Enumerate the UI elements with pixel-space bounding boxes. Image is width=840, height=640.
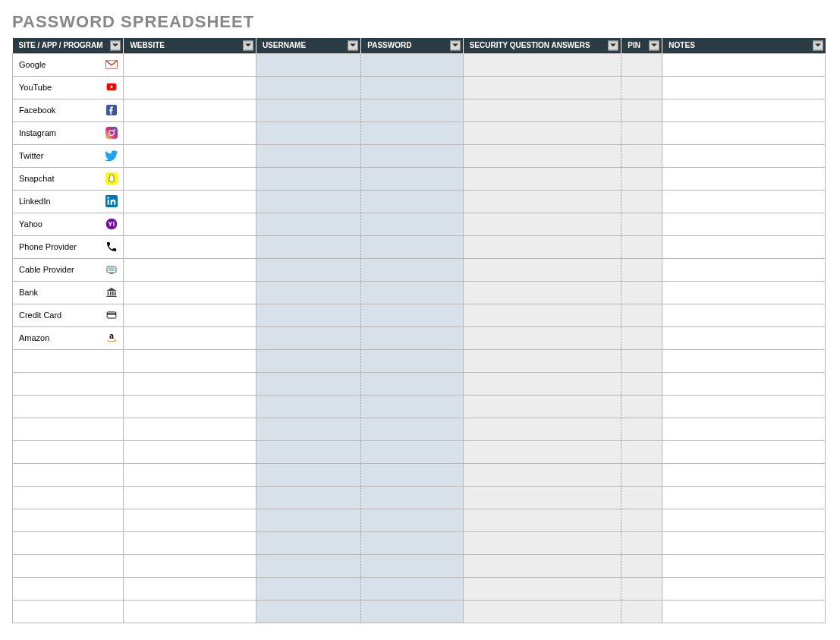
cell-username[interactable] (256, 440, 360, 463)
cell-pin[interactable] (621, 577, 662, 600)
cell-username[interactable] (256, 213, 360, 235)
cell-site[interactable] (13, 372, 124, 395)
cell-password[interactable] (361, 486, 463, 509)
cell-username[interactable] (256, 349, 360, 372)
cell-site[interactable] (13, 418, 124, 440)
cell-website[interactable] (124, 372, 256, 395)
cell-username[interactable] (256, 304, 360, 326)
cell-password[interactable] (361, 281, 463, 304)
cell-pin[interactable] (621, 418, 662, 440)
filter-dropdown-icon[interactable] (450, 40, 461, 50)
cell-notes[interactable] (662, 304, 826, 326)
cell-site[interactable]: Instagram (13, 121, 124, 144)
cell-pin[interactable] (621, 304, 662, 326)
cell-notes[interactable] (662, 463, 826, 486)
cell-security[interactable] (463, 144, 621, 167)
cell-security[interactable] (463, 349, 621, 372)
cell-password[interactable] (361, 554, 463, 577)
cell-username[interactable] (256, 326, 360, 349)
cell-notes[interactable] (662, 440, 826, 463)
cell-pin[interactable] (621, 372, 662, 395)
cell-site[interactable] (13, 463, 124, 486)
cell-pin[interactable] (621, 281, 662, 304)
header-username[interactable]: USERNAME (256, 38, 360, 53)
cell-security[interactable] (463, 167, 621, 190)
filter-dropdown-icon[interactable] (813, 40, 823, 50)
header-security[interactable]: SECURITY QUESTION ANSWERS (463, 38, 621, 53)
cell-username[interactable] (256, 600, 360, 623)
cell-site[interactable] (13, 531, 124, 554)
cell-password[interactable] (361, 463, 463, 486)
cell-site[interactable]: Credit Card (13, 304, 124, 326)
cell-notes[interactable] (662, 600, 826, 623)
cell-username[interactable] (256, 281, 360, 304)
cell-security[interactable] (463, 53, 621, 76)
cell-password[interactable] (361, 418, 463, 440)
cell-username[interactable] (256, 577, 360, 600)
cell-security[interactable] (463, 440, 621, 463)
cell-password[interactable] (361, 531, 463, 554)
cell-password[interactable] (361, 509, 463, 531)
cell-website[interactable] (124, 167, 256, 190)
cell-security[interactable] (463, 531, 621, 554)
cell-website[interactable] (124, 326, 256, 349)
cell-website[interactable] (124, 531, 256, 554)
cell-password[interactable] (361, 395, 463, 418)
cell-site[interactable] (13, 395, 124, 418)
cell-username[interactable] (256, 76, 360, 99)
cell-pin[interactable] (621, 463, 662, 486)
cell-site[interactable] (13, 440, 124, 463)
cell-pin[interactable] (621, 509, 662, 531)
cell-notes[interactable] (662, 326, 826, 349)
cell-website[interactable] (124, 600, 256, 623)
filter-dropdown-icon[interactable] (243, 40, 253, 50)
cell-site[interactable] (13, 349, 124, 372)
cell-username[interactable] (256, 258, 360, 281)
cell-pin[interactable] (621, 395, 662, 418)
cell-site[interactable]: Bank (13, 281, 124, 304)
cell-pin[interactable] (621, 76, 662, 99)
cell-site[interactable] (13, 509, 124, 531)
cell-notes[interactable] (662, 53, 826, 76)
cell-security[interactable] (463, 463, 621, 486)
cell-pin[interactable] (621, 213, 662, 235)
cell-pin[interactable] (621, 144, 662, 167)
cell-notes[interactable] (662, 235, 826, 258)
cell-pin[interactable] (621, 235, 662, 258)
cell-password[interactable] (361, 76, 463, 99)
cell-password[interactable] (361, 167, 463, 190)
cell-security[interactable] (463, 190, 621, 213)
cell-site[interactable]: Snapchat (13, 167, 124, 190)
cell-password[interactable] (361, 349, 463, 372)
filter-dropdown-icon[interactable] (348, 40, 358, 50)
cell-website[interactable] (124, 121, 256, 144)
cell-pin[interactable] (621, 258, 662, 281)
cell-security[interactable] (463, 395, 621, 418)
cell-notes[interactable] (662, 349, 826, 372)
filter-dropdown-icon[interactable] (110, 40, 121, 50)
cell-security[interactable] (463, 235, 621, 258)
cell-notes[interactable] (662, 418, 826, 440)
cell-username[interactable] (256, 167, 360, 190)
cell-password[interactable] (361, 235, 463, 258)
cell-notes[interactable] (662, 372, 826, 395)
header-notes[interactable]: NOTES (662, 38, 826, 53)
cell-notes[interactable] (662, 281, 826, 304)
cell-notes[interactable] (662, 213, 826, 235)
cell-username[interactable] (256, 509, 360, 531)
filter-dropdown-icon[interactable] (649, 40, 659, 50)
header-password[interactable]: PASSWORD (361, 38, 463, 53)
cell-site[interactable] (13, 577, 124, 600)
cell-website[interactable] (124, 349, 256, 372)
cell-website[interactable] (124, 440, 256, 463)
cell-password[interactable] (361, 372, 463, 395)
cell-security[interactable] (463, 372, 621, 395)
cell-security[interactable] (463, 76, 621, 99)
cell-security[interactable] (463, 554, 621, 577)
cell-pin[interactable] (621, 531, 662, 554)
cell-website[interactable] (124, 577, 256, 600)
cell-website[interactable] (124, 281, 256, 304)
cell-site[interactable]: Twitter (13, 144, 124, 167)
cell-notes[interactable] (662, 144, 826, 167)
cell-username[interactable] (256, 235, 360, 258)
